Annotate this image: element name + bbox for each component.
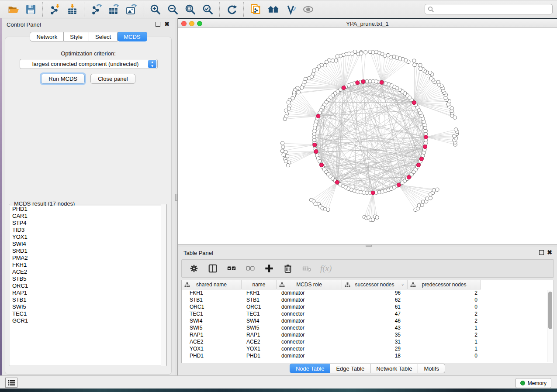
memory-button[interactable]: Memory xyxy=(515,378,551,388)
tab-style[interactable]: Style xyxy=(64,32,89,41)
cell-shared-name: YOX1 xyxy=(182,345,242,352)
table-row[interactable]: TEC1 TEC1 connector 47 2 xyxy=(182,310,547,317)
network-canvas[interactable] xyxy=(178,28,557,244)
table-row[interactable]: RAP1 RAP1 dominator 35 2 xyxy=(182,331,547,338)
column-header[interactable]: predecessor nodes ⌄ xyxy=(408,280,481,289)
import-table-button[interactable] xyxy=(63,1,81,17)
float-window-icon[interactable] xyxy=(539,250,544,255)
cell-name: ACE2 xyxy=(242,338,277,345)
mcds-result-item[interactable]: STB1 xyxy=(10,296,166,303)
add-column-button[interactable] xyxy=(264,263,274,274)
plus-icon xyxy=(264,264,274,273)
scrollbar-thumb[interactable] xyxy=(548,292,552,329)
delete-column-button[interactable] xyxy=(283,263,293,274)
tab-node-table[interactable]: Node Table xyxy=(290,364,331,373)
column-type-icon xyxy=(184,282,190,289)
save-session-button[interactable] xyxy=(22,1,39,17)
tab-network-table[interactable]: Network Table xyxy=(370,364,418,373)
mcds-result-item[interactable]: STP4 xyxy=(10,220,166,227)
table-body: FKH1 FKH1 dominator 96 2 STB1 STB1 domin… xyxy=(182,289,547,359)
tab-edge-table[interactable]: Edge Table xyxy=(330,364,370,373)
export-network-button[interactable] xyxy=(87,1,105,17)
search-box xyxy=(425,4,553,14)
mcds-result-item[interactable]: ACE2 xyxy=(10,268,166,275)
table-row[interactable]: YOX1 YOX1 connector 29 1 xyxy=(182,345,547,352)
mcds-result-item[interactable]: YOX1 xyxy=(10,234,166,241)
float-window-icon[interactable] xyxy=(156,22,160,27)
network-window-titlebar[interactable]: YPA_prune.txt_1 xyxy=(178,19,557,28)
column-header[interactable]: name ⌄ xyxy=(242,280,277,289)
table-row[interactable]: ACE2 ACE2 connector 31 1 xyxy=(182,338,547,345)
mcds-result-item[interactable]: GCR1 xyxy=(10,317,166,324)
splitter-handle[interactable] xyxy=(175,194,177,201)
tab-network[interactable]: Network xyxy=(30,32,64,41)
mcds-result-item[interactable]: PMA2 xyxy=(10,254,166,261)
mcds-result-item[interactable]: CAR1 xyxy=(10,213,166,220)
column-header[interactable]: shared name ⌄ xyxy=(182,280,242,289)
clone-network-button[interactable] xyxy=(247,1,264,17)
zoom-in-button[interactable] xyxy=(146,1,164,17)
mcds-result-item[interactable]: STB5 xyxy=(10,275,166,282)
cell-shared-name: ORC1 xyxy=(182,303,242,310)
mcds-result-item[interactable]: ORC1 xyxy=(10,282,166,289)
column-layout-button[interactable] xyxy=(208,263,218,274)
mcds-result-item[interactable]: PHD1 xyxy=(10,206,166,213)
zoom-fit-button[interactable] xyxy=(181,1,199,17)
export-table-button[interactable] xyxy=(105,1,122,17)
search-icon xyxy=(428,6,434,13)
zoom-out-button[interactable] xyxy=(164,1,181,17)
table-row[interactable]: STB1 STB1 dominator 62 0 xyxy=(182,296,547,303)
table-row[interactable]: PHD1 PHD1 dominator 18 0 xyxy=(182,352,547,359)
table-scrollbar[interactable] xyxy=(547,290,553,362)
mcds-result-item[interactable]: SWI5 xyxy=(10,303,166,310)
mcds-result-item[interactable]: RAP1 xyxy=(10,289,166,296)
close-panel-button[interactable]: Close panel xyxy=(90,74,135,84)
cell-shared-name: ACE2 xyxy=(182,338,242,345)
zoom-selected-button[interactable] xyxy=(199,1,216,17)
mcds-result-item[interactable]: SWI4 xyxy=(10,241,166,248)
network-window-title: YPA_prune.txt_1 xyxy=(178,21,557,27)
mcds-result-item[interactable]: TID3 xyxy=(10,227,166,234)
table-row[interactable]: ORC1 ORC1 dominator 61 0 xyxy=(182,303,547,310)
tab-motifs[interactable]: Motifs xyxy=(418,364,445,373)
delete-table-button[interactable] xyxy=(301,263,312,274)
cell-predecessor-nodes: 0 xyxy=(408,296,481,303)
show-all-button[interactable] xyxy=(264,1,282,17)
table-row[interactable]: FKH1 FKH1 dominator 96 2 xyxy=(182,289,547,296)
column-header[interactable]: MCDS role ⌄ xyxy=(277,280,342,289)
log-console-button[interactable] xyxy=(5,378,17,388)
criterion-select[interactable]: largest connected component (undirected)… xyxy=(20,59,158,69)
close-panel-icon[interactable]: ✖ xyxy=(164,21,170,28)
table-row[interactable]: SWI5 SWI5 connector 43 1 xyxy=(182,324,547,331)
mcds-result-item[interactable]: TEC1 xyxy=(10,310,166,317)
run-mcds-button[interactable]: Run MCDS xyxy=(41,74,85,84)
table-row[interactable]: SWI4 SWI4 dominator 46 2 xyxy=(182,317,547,324)
node-table: shared name ⌄ name ⌄ MCDS role ⌄ xyxy=(181,280,554,363)
vertical-splitter[interactable] xyxy=(175,18,178,375)
open-session-button[interactable] xyxy=(4,1,22,17)
mcds-result-list[interactable]: PHD1CAR1STP4TID3YOX1SWI4SRD1PMA2FKH1ACE2… xyxy=(10,206,166,365)
mcds-result-item[interactable]: FKH1 xyxy=(10,261,166,268)
export-image-button[interactable] xyxy=(122,1,140,17)
close-panel-icon[interactable]: ✖ xyxy=(547,249,552,256)
refresh-icon xyxy=(226,3,238,15)
column-header[interactable]: successor nodes ⌄ xyxy=(342,280,408,289)
cell-name: SWI4 xyxy=(242,317,277,324)
toggle-birdseye-button[interactable] xyxy=(299,1,317,17)
mcds-result-item[interactable]: SRD1 xyxy=(10,248,166,254)
import-network-button[interactable] xyxy=(46,1,63,17)
apply-layout-button[interactable] xyxy=(223,1,240,17)
function-builder-button[interactable]: f(x) xyxy=(320,264,332,273)
hide-details-button[interactable] xyxy=(282,1,299,17)
search-input[interactable] xyxy=(434,5,552,14)
mcds-list-scrollbar[interactable] xyxy=(161,204,166,366)
table-settings-button[interactable] xyxy=(189,263,199,274)
table-panel: Table Panel ✖ f(x) shared name ⌄ nam xyxy=(178,247,557,375)
toolbar-separator xyxy=(84,2,84,17)
select-all-columns-button[interactable] xyxy=(226,263,237,274)
cell-predecessor-nodes: 2 xyxy=(408,310,481,317)
tab-mcds[interactable]: MCDS xyxy=(118,32,147,41)
deselect-all-columns-button[interactable] xyxy=(245,263,256,274)
tab-select[interactable]: Select xyxy=(89,32,118,41)
export-table-icon xyxy=(108,3,120,15)
